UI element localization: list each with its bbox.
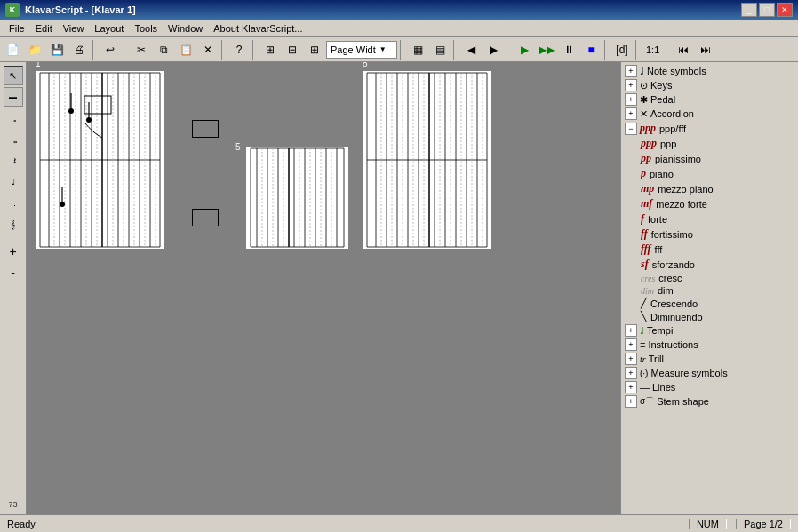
dyn-pp[interactable]: pp pianissimo: [641, 151, 798, 166]
accordion-label: Accordion: [650, 108, 694, 119]
expander-lines[interactable]: +: [625, 381, 637, 393]
tb-playadv[interactable]: ▶▶: [536, 40, 557, 60]
tree-stem-shape[interactable]: + σ⌒ Stem shape: [621, 394, 798, 409]
instructions-label: Instructions: [648, 339, 698, 350]
tb-paste[interactable]: 📋: [175, 40, 196, 60]
dyn-mp[interactable]: mp mezzo piano: [641, 181, 798, 196]
expander-keys[interactable]: +: [625, 79, 637, 91]
tb-help[interactable]: ?: [228, 40, 250, 60]
menu-edit[interactable]: Edit: [30, 21, 58, 36]
tb-skip-end[interactable]: ⏭: [695, 40, 716, 60]
dyn-diminuendo-symbol[interactable]: ╲ Diminuendo: [641, 310, 798, 323]
tempi-icon: ♩: [640, 325, 644, 337]
expander-accordion[interactable]: +: [625, 107, 637, 120]
expander-pedal[interactable]: +: [625, 93, 637, 106]
tree-keys[interactable]: + ⊙ Keys: [621, 78, 798, 92]
right-panel: + ♩ Note symbols + ⊙ Keys + ✱ Pedal + ✕ …: [620, 62, 798, 514]
tb-pause[interactable]: ⏸: [558, 40, 579, 60]
close-button[interactable]: ✕: [777, 3, 793, 17]
tree-lines[interactable]: + — Lines: [621, 380, 798, 394]
menu-about[interactable]: About KlavarScript...: [208, 21, 307, 36]
tb-record[interactable]: [d]: [611, 40, 633, 60]
note-symbols-label: Note symbols: [647, 66, 706, 76]
dyn-f[interactable]: f forte: [641, 211, 798, 226]
tree-note-symbols[interactable]: + ♩ Note symbols: [621, 64, 798, 78]
tb-copy[interactable]: ⧉: [153, 40, 174, 60]
menu-view[interactable]: View: [58, 21, 90, 36]
page-indicator-status: Page 1/2: [736, 519, 791, 529]
tb-next[interactable]: ▶: [483, 40, 504, 60]
tb-undo[interactable]: ↩: [100, 40, 121, 60]
stem-shape-label: Stem shape: [657, 396, 709, 407]
menu-file[interactable]: File: [4, 21, 30, 36]
tb-prev[interactable]: ◀: [460, 40, 482, 60]
expander-measure-symbols[interactable]: +: [625, 367, 637, 379]
tb-save[interactable]: 💾: [46, 40, 68, 60]
dyn-crescendo-symbol[interactable]: ╱ Crescendo: [641, 297, 798, 310]
expander-instructions[interactable]: +: [625, 338, 637, 351]
dyn-ff[interactable]: ff fortissimo: [641, 226, 798, 242]
canvas-scroll[interactable]: 1: [27, 62, 620, 514]
app-icon: K: [5, 3, 20, 17]
lines-icon: —: [640, 382, 650, 393]
tb-zoom-dropdown[interactable]: Page Widt ▼: [326, 41, 397, 59]
tree-accordion[interactable]: + ✕ Accordion: [621, 107, 798, 121]
lt-note2[interactable]: 𝅗: [4, 108, 23, 128]
title-bar-controls: _ □ ✕: [741, 3, 793, 17]
tree-measure-symbols[interactable]: + (·) Measure symbols: [621, 366, 798, 380]
expander-tempi[interactable]: +: [625, 324, 637, 337]
dyn-fff[interactable]: fff fff: [641, 242, 798, 257]
status-text: Ready: [7, 519, 36, 529]
lt-tool5[interactable]: ♩: [4, 172, 23, 192]
tb-cut[interactable]: ✂: [131, 40, 152, 60]
tb-stop[interactable]: ■: [580, 40, 602, 60]
menu-tools[interactable]: Tools: [129, 21, 163, 36]
tree-tempi[interactable]: + ♩ Tempi: [621, 323, 798, 337]
dyn-mf[interactable]: mf mezzo forte: [641, 196, 798, 211]
dyn-p[interactable]: p piano: [641, 166, 798, 181]
dyn-ppp[interactable]: ppp ppp: [641, 136, 798, 151]
lt-tool6[interactable]: ‥: [4, 194, 23, 213]
zoom-label: Page Widt: [331, 44, 376, 55]
tb-first[interactable]: ⊞: [259, 40, 281, 60]
tb-prev-page[interactable]: ⊟: [282, 40, 303, 60]
tree-trill[interactable]: + tr Trill: [621, 352, 798, 366]
lt-zoom-out[interactable]: -: [4, 263, 23, 282]
expander-ppp-fff[interactable]: −: [625, 123, 637, 135]
dyn-cresc[interactable]: cres cresc: [641, 272, 798, 284]
tree-instructions[interactable]: + ≡ Instructions: [621, 337, 798, 352]
selection-box1: [192, 120, 219, 138]
tb-open[interactable]: 📁: [24, 40, 45, 60]
dyn-dim[interactable]: dim dim: [641, 284, 798, 297]
dyn-sf[interactable]: sf sforzando: [641, 257, 798, 272]
lt-clef[interactable]: 𝄞: [4, 215, 23, 234]
menu-layout[interactable]: Layout: [89, 21, 129, 36]
lt-zoom-in[interactable]: +: [4, 242, 23, 261]
tb-play[interactable]: ▶: [514, 40, 535, 60]
measure-symbols-label: Measure symbols: [650, 368, 727, 378]
lt-note1[interactable]: ▬: [4, 87, 23, 107]
tb-next-page[interactable]: ⊞: [304, 40, 325, 60]
lt-rest[interactable]: 𝄽: [4, 151, 23, 171]
tb-skip-start[interactable]: ⏮: [673, 40, 694, 60]
expander-stem-shape[interactable]: +: [625, 395, 637, 408]
tb-print[interactable]: 🖨: [68, 40, 90, 60]
tb-grid2[interactable]: ▤: [429, 40, 451, 60]
minimize-button[interactable]: _: [741, 3, 757, 17]
lt-select[interactable]: ↖: [4, 66, 23, 85]
measure-symbols-icon: (·): [640, 369, 648, 378]
expander-trill[interactable]: +: [625, 353, 637, 365]
tb-grid[interactable]: ▦: [407, 40, 428, 60]
pedal-label: Pedal: [650, 94, 675, 105]
canvas-area[interactable]: 1: [27, 62, 620, 514]
tb-new[interactable]: 📄: [2, 40, 23, 60]
tb-delete[interactable]: ✕: [197, 40, 219, 60]
expander-note-symbols[interactable]: +: [625, 65, 637, 77]
page5-score: [246, 147, 348, 249]
lt-note3[interactable]: 𝅝: [4, 130, 23, 149]
tree-ppp-fff[interactable]: − ppp ppp/fff: [621, 121, 798, 136]
menu-window[interactable]: Window: [163, 21, 208, 36]
maximize-button[interactable]: □: [759, 3, 775, 17]
zoom-ratio: 1:1: [642, 44, 663, 55]
tree-pedal[interactable]: + ✱ Pedal: [621, 92, 798, 107]
